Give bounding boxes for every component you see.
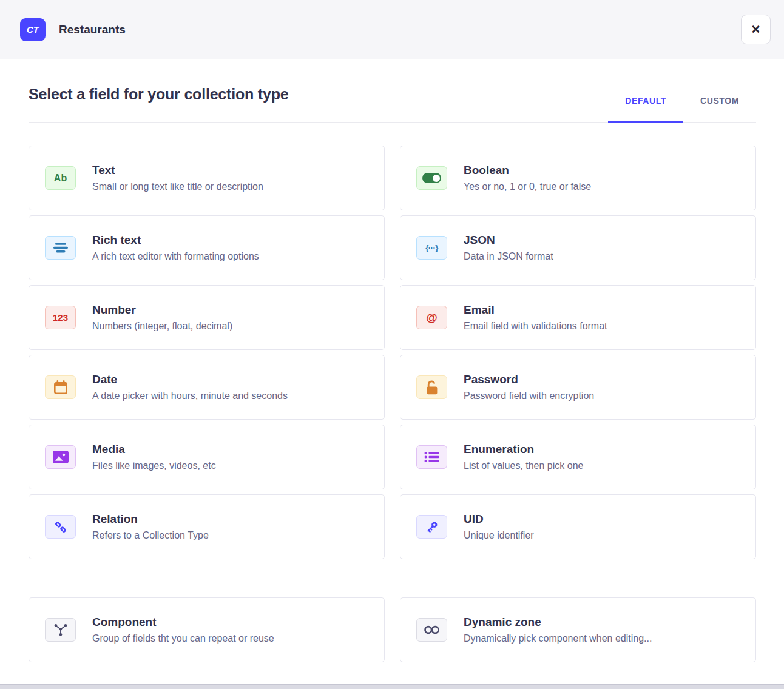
field-title: Number	[92, 303, 232, 317]
field-title: Boolean	[464, 164, 591, 177]
infinity-icon	[416, 618, 447, 642]
field-title: Date	[92, 373, 288, 386]
field-card-text[interactable]: Ab Text Small or long text like title or…	[29, 146, 385, 210]
calendar-icon	[45, 375, 76, 399]
modal-header: CT Restaurants ✕	[0, 0, 784, 59]
key-icon	[416, 515, 447, 539]
field-card-enumeration[interactable]: Enumeration List of values, then pick on…	[400, 425, 756, 489]
toggle-glyph	[422, 173, 441, 183]
content-type-title: Restaurants	[59, 23, 126, 36]
bottom-edge-bar	[0, 684, 784, 689]
field-card-number[interactable]: 123 Number Numbers (integer, float, deci…	[29, 285, 385, 350]
field-card-relation[interactable]: Relation Refers to a Collection Type	[29, 494, 385, 559]
advanced-field-grid: Component Group of fields tht you can re…	[29, 597, 756, 662]
at-glyph: @	[426, 311, 438, 324]
field-description: Refers to a Collection Type	[92, 530, 209, 541]
field-title: JSON	[464, 234, 553, 247]
bullet-list-icon	[416, 445, 447, 469]
boolean-toggle-icon	[416, 166, 447, 190]
field-card-uid[interactable]: UID Unique identifier	[400, 494, 756, 559]
field-card-password[interactable]: Password Password field with encryption	[400, 355, 756, 420]
number-123-icon: 123	[45, 306, 76, 329]
number-glyph: 123	[53, 312, 69, 323]
field-grid: Ab Text Small or long text like title or…	[29, 146, 756, 559]
content-type-badge: CT	[20, 18, 46, 41]
field-title: Media	[92, 443, 216, 456]
field-title: Dynamic zone	[464, 616, 652, 629]
chain-link-icon	[45, 515, 76, 539]
molecule-icon	[45, 618, 76, 642]
title-row: Select a field for your collection type …	[29, 86, 756, 123]
tab-bar: DEFAULT CUSTOM	[608, 96, 756, 122]
tab-default[interactable]: DEFAULT	[608, 96, 683, 123]
field-title: Text	[92, 164, 263, 177]
field-card-boolean[interactable]: Boolean Yes or no, 1 or 0, true or false	[400, 146, 756, 210]
field-title: Component	[92, 616, 274, 629]
field-description: List of values, then pick one	[464, 460, 583, 471]
field-description: Yes or no, 1 or 0, true or false	[464, 181, 591, 192]
field-card-component[interactable]: Component Group of fields tht you can re…	[29, 597, 385, 662]
page-title: Select a field for your collection type	[29, 86, 288, 103]
field-title: Password	[464, 373, 594, 386]
json-braces-icon: {···}	[416, 236, 447, 260]
field-card-rich-text[interactable]: Rich text A rich text editor with format…	[29, 215, 385, 280]
field-card-email[interactable]: @ Email Email field with validations for…	[400, 285, 756, 350]
close-button[interactable]: ✕	[741, 15, 771, 44]
field-title: Rich text	[92, 234, 259, 247]
email-at-icon: @	[416, 306, 447, 329]
padlock-icon	[416, 375, 447, 399]
modal-content: Select a field for your collection type …	[0, 59, 784, 662]
field-description: Password field with encryption	[464, 391, 594, 402]
text-ab-icon: Ab	[45, 166, 76, 190]
tab-custom[interactable]: CUSTOM	[683, 96, 756, 123]
field-title: Email	[464, 303, 607, 317]
field-card-date[interactable]: Date A date picker with hours, minute an…	[29, 355, 385, 420]
field-description: Group of fields tht you can repeat or re…	[92, 633, 274, 644]
image-icon	[45, 445, 76, 469]
close-icon: ✕	[751, 22, 761, 36]
field-description: Dynamically pick component when editing.…	[464, 633, 652, 644]
field-description: Numbers (integer, float, decimal)	[92, 321, 232, 332]
field-description: A date picker with hours, minute and sec…	[92, 391, 288, 402]
field-description: Email field with validations format	[464, 321, 607, 332]
field-title: Enumeration	[464, 443, 583, 456]
field-description: Files like images, videos, etc	[92, 460, 216, 471]
ab-glyph: Ab	[54, 173, 67, 184]
field-card-media[interactable]: Media Files like images, videos, etc	[29, 425, 385, 489]
field-description: Unique identifier	[464, 530, 534, 541]
braces-glyph: {···}	[425, 243, 438, 252]
rich-text-lines-icon	[45, 236, 76, 260]
field-card-dynamic-zone[interactable]: Dynamic zone Dynamically pick component …	[400, 597, 756, 662]
field-title: Relation	[92, 513, 209, 526]
field-title: UID	[464, 513, 534, 526]
field-card-json[interactable]: {···} JSON Data in JSON format	[400, 215, 756, 280]
field-description: Data in JSON format	[464, 251, 553, 262]
field-description: Small or long text like title or descrip…	[92, 181, 263, 192]
field-description: A rich text editor with formating option…	[92, 251, 259, 262]
